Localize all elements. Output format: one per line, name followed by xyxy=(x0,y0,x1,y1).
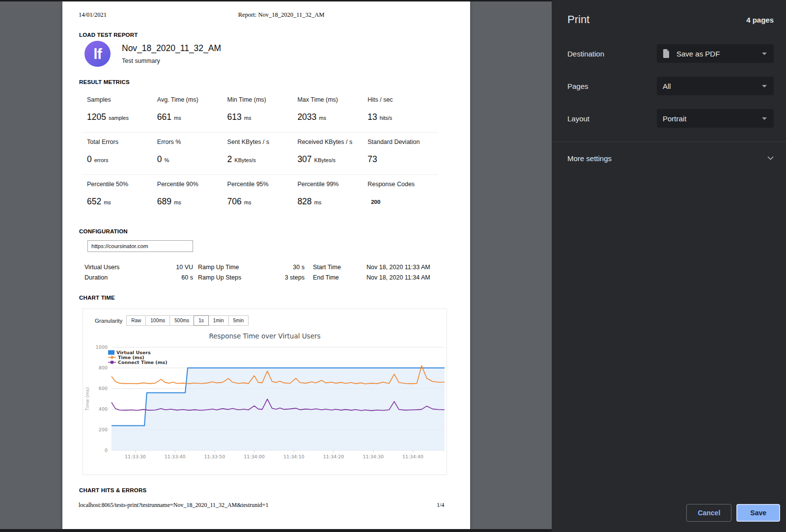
config-row: Duration60 sRamp Up Steps3 stepsEnd Time… xyxy=(84,273,434,283)
config-value: Nov 18, 2020 11:34 AM xyxy=(366,273,434,283)
chevron-down-icon xyxy=(762,117,767,120)
svg-text:200: 200 xyxy=(99,427,108,432)
svg-text:600: 600 xyxy=(99,386,108,391)
chevron-down-icon xyxy=(762,53,767,55)
more-settings-toggle[interactable]: More settings xyxy=(567,147,774,169)
granularity-buttons: Raw100ms500ms1s1min5min xyxy=(127,315,249,326)
metric-row: Percentile 50%652msPercentile 90%689msPe… xyxy=(83,175,438,217)
metric: Samples1205samples xyxy=(87,96,157,122)
pdf-file-icon xyxy=(663,49,670,58)
pages-select[interactable]: All xyxy=(657,77,774,95)
print-footer-url: localhost:8065/tests-print?testrunname=N… xyxy=(79,502,268,509)
section-result-metrics: RESULT METRICS xyxy=(79,79,130,85)
metric: Min Time (ms)613ms xyxy=(227,96,298,122)
preview-area[interactable]: 14/01/2021 Report: Nov_18_2020_11_32_AM … xyxy=(0,0,552,532)
loadfocus-logo-icon: lf xyxy=(84,41,111,67)
config-label: End Time xyxy=(305,273,366,283)
granularity-option-1min: 1min xyxy=(208,315,229,326)
panel-divider xyxy=(552,141,786,142)
chart-legend: Virtual UsersTime (ms)Connect Time (ms) xyxy=(108,350,168,364)
report-subtitle: Test summary xyxy=(122,57,221,64)
granularity-row: Granularity Raw100ms500ms1s1min5min xyxy=(95,315,447,326)
chart-title: Response Time over Virtual Users xyxy=(83,332,447,340)
svg-text:11:34:20: 11:34:20 xyxy=(323,454,344,459)
section-load-test-report: LOAD TEST REPORT xyxy=(79,32,138,38)
section-configuration: CONFIGURATION xyxy=(79,228,128,234)
window-bottom-edge xyxy=(0,529,552,532)
config-value: 30 s xyxy=(269,262,305,273)
metric: Max Time (ms)2033ms xyxy=(297,96,367,122)
cancel-button[interactable]: Cancel xyxy=(686,504,731,522)
granularity-label: Granularity xyxy=(95,318,122,324)
metric: Percentile 99%828ms xyxy=(297,181,367,207)
granularity-option-100ms: 100ms xyxy=(145,315,170,326)
config-row: Virtual Users10 VURamp Up Time30 sStart … xyxy=(84,262,434,273)
section-chart-time: CHART TIME xyxy=(79,295,115,301)
print-footer-page-number: 1/4 xyxy=(437,502,444,509)
svg-text:800: 800 xyxy=(99,365,108,370)
metric: Percentile 90%689ms xyxy=(157,181,227,207)
window-top-edge xyxy=(0,0,552,1)
legend-marker-icon xyxy=(108,350,114,355)
save-button[interactable]: Save xyxy=(736,504,780,522)
layout-value: Portrait xyxy=(663,114,762,123)
metric: Hits / sec13hits/s xyxy=(367,96,438,122)
destination-value: Save as PDF xyxy=(676,50,762,58)
config-label: Virtual Users xyxy=(84,262,126,273)
layout-select[interactable]: Portrait xyxy=(657,109,774,128)
chart-plot: 0200400600800100011:33:3011:33:4011:33:5… xyxy=(83,340,447,463)
svg-text:11:34:30: 11:34:30 xyxy=(363,454,384,459)
legend-label: Connect Time (ms) xyxy=(118,360,168,365)
config-value: 10 VU xyxy=(126,262,193,273)
target-url-field xyxy=(87,240,193,252)
metric: Avg. Time (ms)661ms xyxy=(157,96,227,122)
config-label: Start Time xyxy=(305,262,366,273)
chart-time-panel: Granularity Raw100ms500ms1s1min5min Resp… xyxy=(83,308,447,475)
report-brand: lf Nov_18_2020_11_32_AM Test summary xyxy=(84,41,221,67)
metric: Received KBytes / s307KBytes/s xyxy=(297,139,367,165)
svg-text:Time (ms): Time (ms) xyxy=(84,387,90,411)
metric: Errors %0% xyxy=(157,139,227,165)
svg-text:11:33:30: 11:33:30 xyxy=(125,454,146,459)
svg-text:11:34:10: 11:34:10 xyxy=(283,454,305,459)
chevron-down-icon xyxy=(762,85,767,87)
svg-text:1000: 1000 xyxy=(96,344,108,350)
chevron-down-icon xyxy=(767,156,774,160)
granularity-option-Raw: Raw xyxy=(126,315,146,326)
svg-text:11:33:50: 11:33:50 xyxy=(204,454,225,459)
config-value: 3 steps xyxy=(269,273,305,283)
report-title: Nov_18_2020_11_32_AM xyxy=(122,43,221,54)
section-chart-hits-errors: CHART HITS & ERRORS xyxy=(79,487,146,493)
pages-value: All xyxy=(663,82,762,90)
destination-label: Destination xyxy=(567,50,604,58)
print-preview-window: 14/01/2021 Report: Nov_18_2020_11_32_AM … xyxy=(0,0,786,532)
config-value: 60 s xyxy=(126,273,193,283)
more-settings-label: More settings xyxy=(567,154,612,163)
layout-label: Layout xyxy=(567,114,590,123)
svg-text:11:33:40: 11:33:40 xyxy=(165,454,186,459)
config-label: Duration xyxy=(84,273,126,283)
legend-item: Virtual Users xyxy=(108,350,168,355)
legend-marker-icon xyxy=(108,360,116,364)
svg-text:11:34:40: 11:34:40 xyxy=(402,454,423,459)
destination-select[interactable]: Save as PDF xyxy=(657,44,774,63)
svg-text:11:34:00: 11:34:00 xyxy=(244,454,265,459)
configuration-table: Virtual Users10 VURamp Up Time30 sStart … xyxy=(84,262,434,283)
metric: Response Codes200 xyxy=(367,181,438,207)
legend-item: Time (ms) xyxy=(108,355,168,360)
print-settings-panel: Print 4 pages Destination Save as PDF Pa… xyxy=(552,0,786,532)
metric-row: Total Errors0errorsErrors %0%Sent KBytes… xyxy=(83,133,438,175)
pages-label: Pages xyxy=(567,82,589,90)
metric: Sent KBytes / s2KBytes/s xyxy=(227,139,298,165)
legend-item: Connect Time (ms) xyxy=(108,360,168,364)
document-page: 14/01/2021 Report: Nov_18_2020_11_32_AM … xyxy=(62,1,470,529)
metric-row: Samples1205samplesAvg. Time (ms)661msMin… xyxy=(83,90,438,133)
svg-text:0: 0 xyxy=(105,448,108,453)
metric: Percentile 95%706ms xyxy=(227,181,298,207)
print-header-date: 14/01/2021 xyxy=(79,11,107,18)
svg-text:400: 400 xyxy=(99,406,108,412)
metric: Standard Deviation73 xyxy=(367,139,438,165)
metric: Percentile 50%652ms xyxy=(87,181,157,207)
panel-title: Print xyxy=(567,13,590,26)
legend-marker-icon xyxy=(108,355,116,360)
